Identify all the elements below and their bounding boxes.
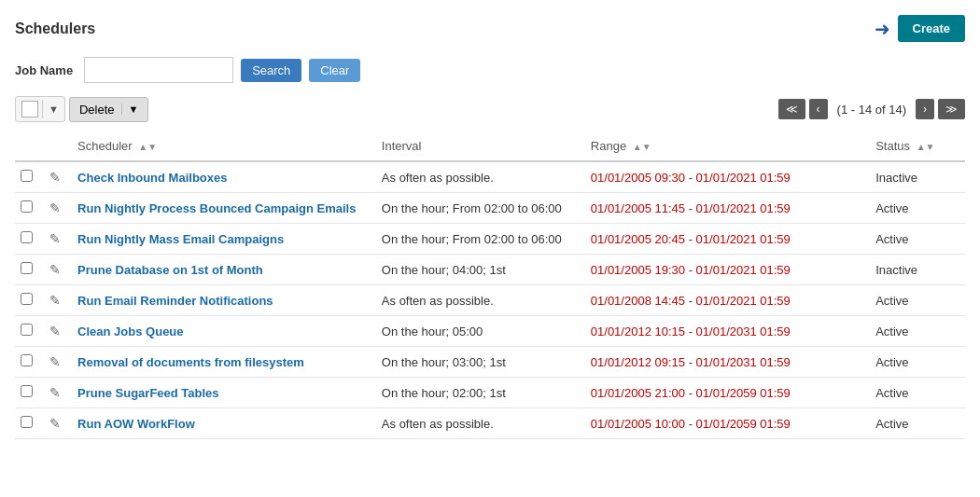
range-dash: - <box>685 232 696 246</box>
toolbar-left: ▼ Delete ▼ <box>15 96 148 122</box>
job-name-link[interactable]: Run AOW WorkFlow <box>77 417 195 431</box>
row-edit-cell: ✎ <box>44 161 72 193</box>
table-body: ✎Check Inbound MailboxesAs often as poss… <box>15 161 965 439</box>
edit-icon[interactable]: ✎ <box>49 354 61 369</box>
row-checkbox[interactable] <box>21 385 33 397</box>
edit-icon[interactable]: ✎ <box>49 231 61 246</box>
next-page-button[interactable]: › <box>916 99 934 119</box>
job-name-link[interactable]: Removal of documents from filesystem <box>77 355 304 369</box>
row-job-name: Prune Database on 1st of Month <box>72 255 376 285</box>
row-checkbox[interactable] <box>21 293 33 305</box>
row-interval: On the hour; 03:00; 1st <box>376 347 585 378</box>
row-checkbox-cell <box>15 224 44 255</box>
row-interval: On the hour; From 02:00 to 06:00 <box>376 193 585 224</box>
row-checkbox[interactable] <box>21 416 33 428</box>
search-button[interactable]: Search <box>241 59 301 82</box>
range-end: 01/01/2021 01:59 <box>696 232 791 246</box>
row-interval: On the hour; 02:00; 1st <box>376 378 585 408</box>
last-page-button[interactable]: ≫ <box>938 99 965 119</box>
edit-icon[interactable]: ✎ <box>49 324 61 338</box>
job-name-link[interactable]: Run Email Reminder Notifications <box>77 294 273 308</box>
edit-icon[interactable]: ✎ <box>49 262 61 277</box>
job-name-link[interactable]: Prune SugarFeed Tables <box>77 386 218 400</box>
row-checkbox[interactable] <box>21 200 33 213</box>
job-name-link[interactable]: Check Inbound Mailboxes <box>77 171 227 185</box>
range-dash: - <box>685 417 696 431</box>
arrow-icon: ➜ <box>875 18 890 40</box>
range-end: 01/01/2031 01:59 <box>696 355 791 369</box>
row-job-name: Run Nightly Mass Email Campaigns <box>72 224 376 255</box>
row-edit-cell: ✎ <box>44 193 72 224</box>
row-interval: On the hour; 04:00; 1st <box>376 255 585 285</box>
row-checkbox[interactable] <box>21 324 33 336</box>
table-row: ✎Removal of documents from filesystemOn … <box>15 347 965 378</box>
row-edit-cell: ✎ <box>44 316 72 347</box>
first-page-button[interactable]: ≪ <box>778 99 805 119</box>
table-row: ✎Prune SugarFeed TablesOn the hour; 02:0… <box>15 378 965 408</box>
job-name-link[interactable]: Prune Database on 1st of Month <box>77 263 263 277</box>
page-container: Schedulers ➜ Create Job Name Search Clea… <box>0 0 980 454</box>
job-name-link[interactable]: Run Nightly Process Bounced Campaign Ema… <box>77 201 356 215</box>
edit-icon[interactable]: ✎ <box>49 385 61 400</box>
edit-icon[interactable]: ✎ <box>49 200 61 215</box>
row-checkbox-cell <box>15 316 44 347</box>
select-all-checkbox[interactable] <box>21 101 38 117</box>
range-sort-icon[interactable]: ▲▼ <box>633 142 651 152</box>
range-dash: - <box>685 201 696 215</box>
range-end: 01/01/2021 01:59 <box>696 201 791 215</box>
row-checkbox[interactable] <box>21 262 33 274</box>
row-edit-cell: ✎ <box>44 285 72 316</box>
row-checkbox[interactable] <box>21 170 33 182</box>
delete-dropdown-arrow[interactable]: ▼ <box>121 104 138 115</box>
row-interval: As often as possible. <box>376 285 585 316</box>
row-range: 01/01/2012 09:15 - 01/01/2031 01:59 <box>585 347 870 378</box>
prev-page-button[interactable]: ‹ <box>809 99 828 119</box>
row-interval: As often as possible. <box>376 161 585 193</box>
row-status: Active <box>870 193 965 224</box>
row-edit-cell: ✎ <box>44 378 72 408</box>
col-range[interactable]: Range ▲▼ <box>585 131 870 161</box>
table-header: Scheduler ▲▼ Interval Range ▲▼ Status ▲▼ <box>15 131 965 161</box>
col-status[interactable]: Status ▲▼ <box>870 131 965 161</box>
search-input[interactable] <box>84 57 233 83</box>
delete-button[interactable]: Delete ▼ <box>69 97 148 122</box>
row-status: Inactive <box>870 161 965 193</box>
edit-icon[interactable]: ✎ <box>49 293 61 308</box>
job-name-link[interactable]: Run Nightly Mass Email Campaigns <box>77 232 284 246</box>
create-button[interactable]: Create <box>898 15 965 42</box>
row-range: 01/01/2012 10:15 - 01/01/2031 01:59 <box>585 316 870 347</box>
job-name-link[interactable]: Clean Jobs Queue <box>77 324 183 338</box>
row-edit-cell: ✎ <box>44 255 72 285</box>
select-dropdown-arrow[interactable]: ▼ <box>42 100 64 118</box>
row-checkbox[interactable] <box>21 354 33 366</box>
scheduler-sort-icon[interactable]: ▲▼ <box>138 142 157 152</box>
range-dash: - <box>685 386 696 400</box>
table-row: ✎Run Nightly Mass Email CampaignsOn the … <box>15 224 965 255</box>
row-range: 01/01/2005 21:00 - 01/01/2059 01:59 <box>585 378 870 408</box>
row-range: 01/01/2008 14:45 - 01/01/2021 01:59 <box>585 285 870 316</box>
table-row: ✎Run Email Reminder NotificationsAs ofte… <box>15 285 965 316</box>
edit-icon[interactable]: ✎ <box>49 170 61 185</box>
range-dash: - <box>685 263 696 277</box>
row-job-name: Removal of documents from filesystem <box>72 347 376 378</box>
range-start: 01/01/2005 20:45 <box>591 232 685 246</box>
row-job-name: Prune SugarFeed Tables <box>72 378 376 408</box>
table-row: ✎Clean Jobs QueueOn the hour; 05:0001/01… <box>15 316 965 347</box>
row-range: 01/01/2005 09:30 - 01/01/2021 01:59 <box>585 161 870 193</box>
range-dash: - <box>685 171 696 185</box>
row-job-name: Run AOW WorkFlow <box>72 408 376 439</box>
row-checkbox-cell <box>15 378 44 408</box>
col-scheduler[interactable]: Scheduler ▲▼ <box>72 131 376 161</box>
clear-button[interactable]: Clear <box>309 59 360 82</box>
search-bar: Job Name Search Clear <box>15 57 965 83</box>
edit-icon[interactable]: ✎ <box>49 416 61 431</box>
row-checkbox-cell <box>15 193 44 224</box>
row-range: 01/01/2005 19:30 - 01/01/2021 01:59 <box>585 255 870 285</box>
row-edit-cell: ✎ <box>44 408 72 439</box>
range-start: 01/01/2012 10:15 <box>591 324 685 338</box>
row-checkbox[interactable] <box>21 231 33 243</box>
delete-label: Delete <box>79 103 115 117</box>
select-all-dropdown[interactable]: ▼ <box>15 96 65 122</box>
status-sort-icon[interactable]: ▲▼ <box>917 142 935 152</box>
row-job-name: Run Email Reminder Notifications <box>72 285 376 316</box>
